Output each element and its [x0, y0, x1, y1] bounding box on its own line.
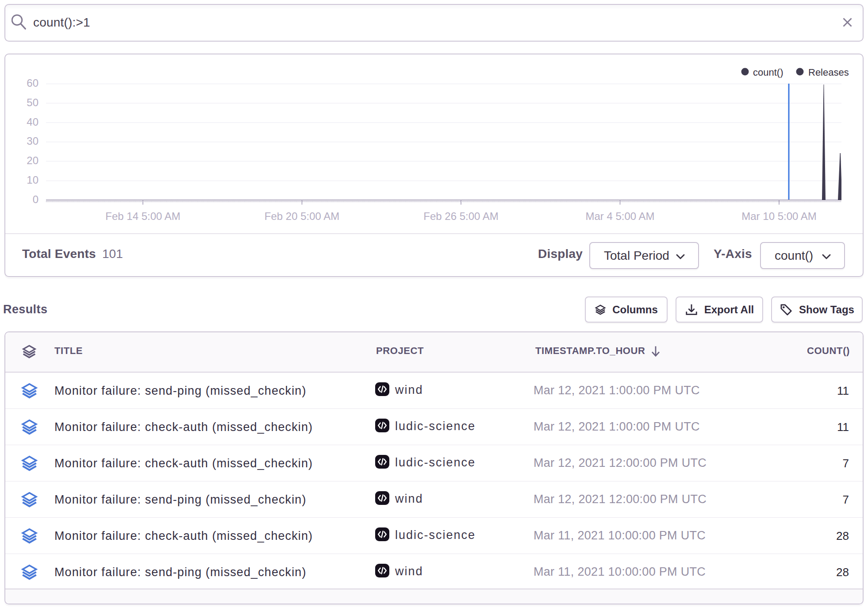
svg-text:0: 0 [33, 193, 38, 205]
svg-text:Feb 26 5:00 AM: Feb 26 5:00 AM [423, 210, 498, 222]
svg-text:20: 20 [27, 154, 38, 166]
svg-text:Feb 14 5:00 AM: Feb 14 5:00 AM [105, 210, 180, 222]
svg-text:10: 10 [27, 174, 38, 186]
svg-text:Mar 10 5:00 AM: Mar 10 5:00 AM [741, 210, 816, 222]
svg-text:Mar 4 5:00 AM: Mar 4 5:00 AM [585, 210, 654, 222]
svg-text:Feb 20 5:00 AM: Feb 20 5:00 AM [265, 210, 339, 222]
svg-text:40: 40 [27, 116, 38, 128]
svg-text:60: 60 [27, 77, 38, 89]
svg-text:count(): count() [753, 67, 783, 78]
svg-text:50: 50 [27, 96, 38, 108]
svg-text:Releases: Releases [808, 67, 849, 78]
svg-text:30: 30 [27, 135, 38, 147]
